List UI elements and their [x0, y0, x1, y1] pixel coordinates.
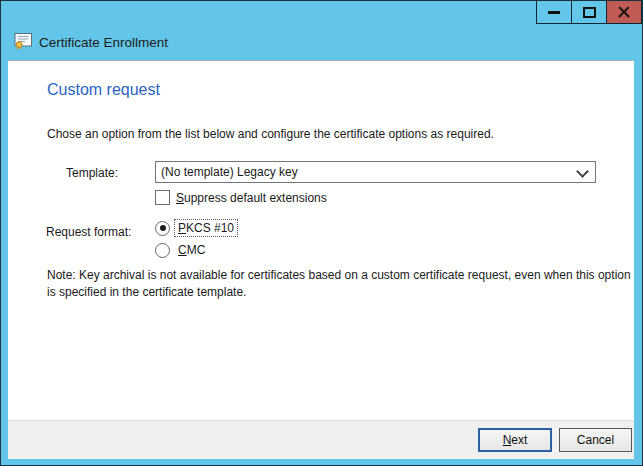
- window-title: Certificate Enrollment: [39, 35, 168, 50]
- certificate-enrollment-window: Certificate Enrollment Custom request Ch…: [0, 0, 643, 466]
- next-button[interactable]: Next: [478, 428, 552, 452]
- radio-pkcs10[interactable]: PKCS #10: [155, 219, 238, 237]
- footer-bar: Next Cancel: [8, 420, 634, 459]
- maximize-icon: [583, 7, 596, 18]
- checkbox-icon: [155, 190, 170, 205]
- minimize-icon: [548, 11, 560, 14]
- radio-button-icon: [155, 243, 170, 258]
- radio-cmc[interactable]: CMC: [155, 241, 209, 259]
- caption-buttons: [536, 1, 642, 24]
- template-label: Template:: [66, 166, 118, 180]
- page-title: Custom request: [47, 81, 160, 99]
- close-button[interactable]: [606, 1, 641, 23]
- chevron-down-icon: [576, 165, 589, 178]
- radio-cmc-label: CMC: [174, 241, 209, 259]
- suppress-extensions-checkbox[interactable]: Suppress default extensions: [155, 190, 327, 205]
- note-text: Note: Key archival is not available for …: [47, 267, 633, 301]
- close-icon: [617, 5, 631, 19]
- template-combobox-value: (No template) Legacy key: [161, 165, 298, 179]
- radio-pkcs10-label: PKCS #10: [174, 219, 238, 237]
- titlebar[interactable]: Certificate Enrollment: [1, 1, 642, 60]
- request-format-label: Request format:: [46, 225, 131, 239]
- template-combobox[interactable]: (No template) Legacy key: [155, 161, 596, 183]
- suppress-extensions-label: Suppress default extensions: [176, 191, 327, 205]
- certificate-icon: [14, 33, 33, 50]
- radio-button-icon: [155, 221, 170, 236]
- dialog-content: Custom request Chose an option from the …: [8, 60, 634, 420]
- maximize-button[interactable]: [571, 1, 606, 23]
- minimize-button[interactable]: [537, 1, 571, 23]
- cancel-button[interactable]: Cancel: [559, 428, 632, 452]
- page-description: Chose an option from the list below and …: [47, 127, 494, 141]
